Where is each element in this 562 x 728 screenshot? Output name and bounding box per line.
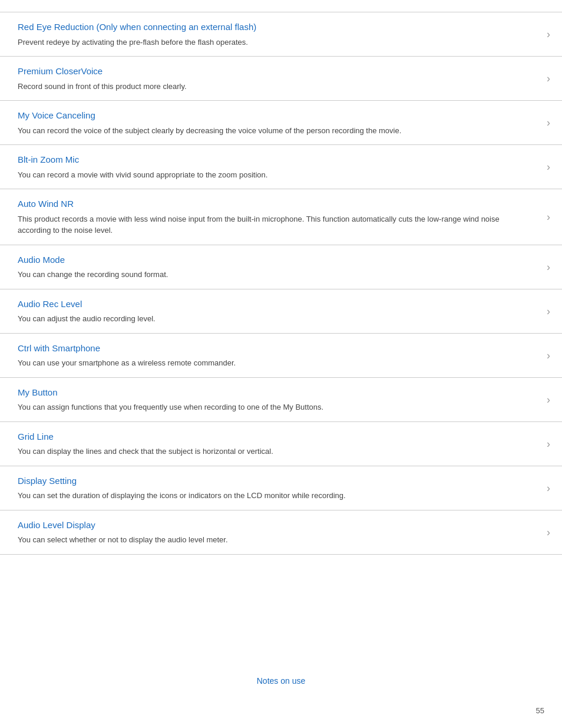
chevron-right-icon: ›	[547, 115, 550, 131]
chevron-right-icon: ›	[547, 347, 550, 363]
chevron-right-icon: ›	[547, 27, 550, 42]
menu-item-desc-blt-in-zoom-mic: You can record a movie with vivid sound …	[18, 169, 533, 181]
menu-item-audio-mode[interactable]: Audio ModeYou can change the recording s…	[0, 245, 562, 289]
menu-item-desc-red-eye-reduction: Prevent redeye by activating the pre-fla…	[18, 37, 533, 48]
menu-item-auto-wind-nr[interactable]: Auto Wind NRThis product records a movie…	[0, 189, 562, 245]
menu-item-audio-level-display[interactable]: Audio Level DisplayYou can select whethe…	[0, 510, 562, 555]
menu-item-blt-in-zoom-mic[interactable]: Blt-in Zoom MicYou can record a movie wi…	[0, 145, 562, 189]
menu-list: Red Eye Reduction (Only when connecting …	[0, 12, 562, 651]
menu-item-my-button[interactable]: My ButtonYou can assign functions that y…	[0, 378, 562, 422]
menu-item-title-auto-wind-nr: Auto Wind NR	[18, 197, 533, 211]
menu-item-ctrl-with-smartphone[interactable]: Ctrl with SmartphoneYou can use your sma…	[0, 334, 562, 378]
chevron-right-icon: ›	[547, 71, 550, 87]
menu-item-grid-line[interactable]: Grid LineYou can display the lines and c…	[0, 422, 562, 466]
chevron-right-icon: ›	[547, 524, 550, 540]
chevron-right-icon: ›	[547, 436, 550, 452]
menu-item-desc-auto-wind-nr: This product records a movie with less w…	[18, 213, 533, 236]
menu-item-title-premium-closer-voice: Premium CloserVoice	[18, 65, 533, 78]
page-number: 55	[0, 699, 562, 729]
menu-item-desc-display-setting: You can set the duration of displaying t…	[18, 490, 533, 502]
menu-item-desc-audio-level-display: You can select whether or not to display…	[18, 534, 533, 546]
menu-item-title-display-setting: Display Setting	[18, 475, 533, 488]
chevron-right-icon: ›	[547, 303, 550, 319]
page-container: Red Eye Reduction (Only when connecting …	[0, 0, 562, 728]
menu-item-title-blt-in-zoom-mic: Blt-in Zoom Mic	[18, 153, 533, 167]
chevron-right-icon: ›	[547, 480, 550, 496]
menu-item-red-eye-reduction[interactable]: Red Eye Reduction (Only when connecting …	[0, 12, 562, 57]
chevron-right-icon: ›	[547, 391, 550, 407]
menu-item-title-red-eye-reduction: Red Eye Reduction (Only when connecting …	[18, 21, 533, 34]
chevron-right-icon: ›	[547, 259, 550, 275]
menu-item-title-audio-level-display: Audio Level Display	[18, 519, 533, 532]
menu-item-premium-closer-voice[interactable]: Premium CloserVoiceRecord sound in front…	[0, 57, 562, 101]
menu-item-desc-my-voice-canceling: You can record the voice of the subject …	[18, 125, 533, 137]
menu-item-desc-audio-mode: You can change the recording sound forma…	[18, 269, 533, 281]
menu-item-title-audio-rec-level: Audio Rec Level	[18, 298, 533, 311]
chevron-right-icon: ›	[547, 159, 550, 175]
menu-item-desc-ctrl-with-smartphone: You can use your smartphone as a wireles…	[18, 357, 533, 369]
menu-item-audio-rec-level[interactable]: Audio Rec LevelYou can adjust the audio …	[0, 289, 562, 334]
menu-item-title-audio-mode: Audio Mode	[18, 253, 533, 267]
menu-item-title-my-button: My Button	[18, 386, 533, 400]
menu-item-desc-grid-line: You can display the lines and check that…	[18, 446, 533, 457]
menu-item-display-setting[interactable]: Display SettingYou can set the duration …	[0, 466, 562, 510]
menu-item-desc-audio-rec-level: You can adjust the audio recording level…	[18, 313, 533, 325]
menu-item-desc-premium-closer-voice: Record sound in front of this product mo…	[18, 81, 533, 93]
notes-on-use-link[interactable]: Notes on use	[257, 676, 306, 686]
menu-item-my-voice-canceling[interactable]: My Voice CancelingYou can record the voi…	[0, 101, 562, 145]
footer: Notes on use	[0, 651, 562, 699]
chevron-right-icon: ›	[547, 209, 550, 225]
menu-item-desc-my-button: You can assign functions that you freque…	[18, 401, 533, 413]
menu-item-title-my-voice-canceling: My Voice Canceling	[18, 109, 533, 123]
menu-item-title-grid-line: Grid Line	[18, 430, 533, 444]
menu-item-title-ctrl-with-smartphone: Ctrl with Smartphone	[18, 342, 533, 355]
